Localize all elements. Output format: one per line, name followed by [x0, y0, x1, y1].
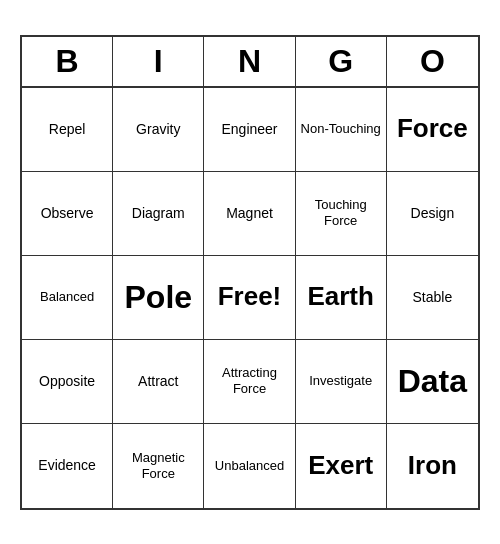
bingo-cell[interactable]: Data: [387, 340, 478, 424]
bingo-cell[interactable]: Magnetic Force: [113, 424, 204, 508]
bingo-grid: RepelGravityEngineerNon-TouchingForceObs…: [22, 88, 478, 508]
bingo-cell[interactable]: Observe: [22, 172, 113, 256]
header-letter: B: [22, 37, 113, 86]
bingo-cell[interactable]: Gravity: [113, 88, 204, 172]
header-letter: I: [113, 37, 204, 86]
bingo-header: BINGO: [22, 37, 478, 88]
header-letter: G: [296, 37, 387, 86]
bingo-cell[interactable]: Touching Force: [296, 172, 387, 256]
bingo-cell[interactable]: Engineer: [204, 88, 295, 172]
bingo-cell[interactable]: Evidence: [22, 424, 113, 508]
bingo-cell[interactable]: Unbalanced: [204, 424, 295, 508]
bingo-cell[interactable]: Attracting Force: [204, 340, 295, 424]
bingo-cell[interactable]: Investigate: [296, 340, 387, 424]
header-letter: O: [387, 37, 478, 86]
bingo-cell[interactable]: Stable: [387, 256, 478, 340]
bingo-card: BINGO RepelGravityEngineerNon-TouchingFo…: [20, 35, 480, 510]
bingo-cell[interactable]: Non-Touching: [296, 88, 387, 172]
bingo-cell[interactable]: Repel: [22, 88, 113, 172]
bingo-cell[interactable]: Iron: [387, 424, 478, 508]
bingo-cell[interactable]: Magnet: [204, 172, 295, 256]
header-letter: N: [204, 37, 295, 86]
bingo-cell[interactable]: Earth: [296, 256, 387, 340]
bingo-cell[interactable]: Exert: [296, 424, 387, 508]
bingo-cell[interactable]: Pole: [113, 256, 204, 340]
bingo-cell[interactable]: Force: [387, 88, 478, 172]
bingo-cell[interactable]: Attract: [113, 340, 204, 424]
bingo-cell[interactable]: Design: [387, 172, 478, 256]
bingo-cell[interactable]: Free!: [204, 256, 295, 340]
bingo-cell[interactable]: Opposite: [22, 340, 113, 424]
bingo-cell[interactable]: Diagram: [113, 172, 204, 256]
bingo-cell[interactable]: Balanced: [22, 256, 113, 340]
